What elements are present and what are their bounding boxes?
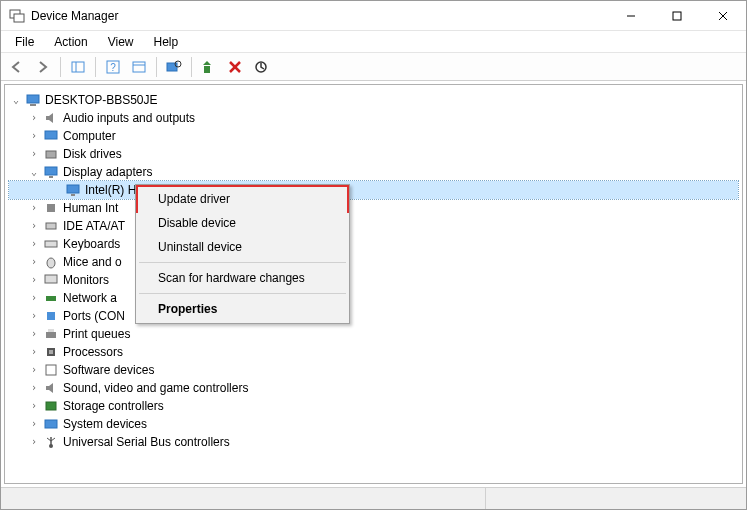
tree-category[interactable]: ›Monitors bbox=[9, 271, 738, 289]
disable-button[interactable] bbox=[249, 56, 273, 78]
window-controls bbox=[608, 1, 746, 30]
expander-icon[interactable]: › bbox=[27, 271, 41, 289]
expander-icon[interactable]: ⌄ bbox=[27, 163, 41, 181]
context-menu-uninstall-device[interactable]: Uninstall device bbox=[138, 235, 347, 259]
tree-category[interactable]: ›Human Int bbox=[9, 199, 738, 217]
tree-category[interactable]: ›IDE ATA/AT bbox=[9, 217, 738, 235]
svg-rect-19 bbox=[30, 104, 36, 106]
scan-hardware-button[interactable] bbox=[162, 56, 186, 78]
properties-button[interactable] bbox=[127, 56, 151, 78]
tree-category[interactable]: ›Universal Serial Bus controllers bbox=[9, 433, 738, 451]
expander-icon[interactable]: › bbox=[27, 361, 41, 379]
tree-category[interactable]: ›Storage controllers bbox=[9, 397, 738, 415]
tree-device-intel-hd-graphics[interactable]: Intel(R) HD Graphics 4600 bbox=[9, 181, 738, 199]
expander-icon[interactable]: › bbox=[27, 145, 41, 163]
svg-rect-24 bbox=[67, 185, 79, 193]
tree-category[interactable]: ›Computer bbox=[9, 127, 738, 145]
tree-category[interactable]: ›System devices bbox=[9, 415, 738, 433]
tree-label: Computer bbox=[63, 127, 116, 145]
system-icon bbox=[43, 416, 59, 432]
expander-icon[interactable]: ⌄ bbox=[9, 91, 23, 109]
svg-rect-26 bbox=[47, 204, 55, 212]
menu-action[interactable]: Action bbox=[46, 33, 95, 51]
disk-icon bbox=[43, 146, 59, 162]
tree-root-label: DESKTOP-BBS50JE bbox=[45, 91, 158, 109]
expander-icon[interactable]: › bbox=[27, 253, 41, 271]
forward-button[interactable] bbox=[31, 56, 55, 78]
expander-icon[interactable]: › bbox=[27, 199, 41, 217]
back-button[interactable] bbox=[5, 56, 29, 78]
context-menu-scan-hardware[interactable]: Scan for hardware changes bbox=[138, 266, 347, 290]
tree-label: System devices bbox=[63, 415, 147, 433]
tree-label: Print queues bbox=[63, 325, 130, 343]
tree-root[interactable]: ⌄ DESKTOP-BBS50JE bbox=[9, 91, 738, 109]
context-menu-separator bbox=[139, 262, 346, 263]
tree-label: Display adapters bbox=[63, 163, 152, 181]
show-hide-tree-button[interactable] bbox=[66, 56, 90, 78]
expander-icon[interactable]: › bbox=[27, 289, 41, 307]
toolbar-divider bbox=[95, 57, 96, 77]
update-driver-button[interactable] bbox=[197, 56, 221, 78]
toolbar-divider bbox=[156, 57, 157, 77]
status-cell bbox=[1, 488, 486, 509]
svg-rect-28 bbox=[45, 241, 57, 247]
expander-icon[interactable]: › bbox=[27, 109, 41, 127]
expander-icon[interactable]: › bbox=[27, 397, 41, 415]
device-tree[interactable]: ⌄ DESKTOP-BBS50JE ›Audio inputs and outp… bbox=[5, 85, 742, 457]
close-button[interactable] bbox=[700, 1, 746, 30]
svg-rect-20 bbox=[45, 131, 57, 139]
svg-rect-22 bbox=[45, 167, 57, 175]
tree-category-display-adapters[interactable]: ⌄Display adapters bbox=[9, 163, 738, 181]
svg-rect-30 bbox=[45, 275, 57, 283]
context-menu-update-driver[interactable]: Update driver bbox=[136, 185, 349, 213]
minimize-button[interactable] bbox=[608, 1, 654, 30]
expander-icon[interactable]: › bbox=[27, 307, 41, 325]
tree-category[interactable]: ›Ports (CON bbox=[9, 307, 738, 325]
menu-view[interactable]: View bbox=[100, 33, 142, 51]
cpu-icon bbox=[43, 344, 59, 360]
tree-category[interactable]: ›Audio inputs and outputs bbox=[9, 109, 738, 127]
tree-category[interactable]: ›Keyboards bbox=[9, 235, 738, 253]
uninstall-button[interactable] bbox=[223, 56, 247, 78]
tree-category[interactable]: ›Sound, video and game controllers bbox=[9, 379, 738, 397]
tree-category[interactable]: ›Software devices bbox=[9, 361, 738, 379]
svg-rect-31 bbox=[46, 296, 56, 301]
tree-category[interactable]: ›Disk drives bbox=[9, 145, 738, 163]
monitor-icon bbox=[43, 272, 59, 288]
tree-label: Monitors bbox=[63, 271, 109, 289]
menu-file[interactable]: File bbox=[7, 33, 42, 51]
expander-icon[interactable]: › bbox=[27, 433, 41, 451]
tree-category[interactable]: ›Print queues bbox=[9, 325, 738, 343]
expander-icon[interactable]: › bbox=[27, 127, 41, 145]
expander-icon[interactable]: › bbox=[27, 379, 41, 397]
sound-icon bbox=[43, 380, 59, 396]
status-cell bbox=[486, 488, 746, 509]
tree-label: Audio inputs and outputs bbox=[63, 109, 195, 127]
expander-icon[interactable]: › bbox=[27, 415, 41, 433]
expander-icon[interactable]: › bbox=[27, 325, 41, 343]
tree-category[interactable]: ›Network a bbox=[9, 289, 738, 307]
tree-category[interactable]: ›Mice and o bbox=[9, 253, 738, 271]
display-icon bbox=[43, 164, 59, 180]
expander-icon[interactable]: › bbox=[27, 235, 41, 253]
context-menu-disable-device[interactable]: Disable device bbox=[138, 211, 347, 235]
tree-label: Ports (CON bbox=[63, 307, 125, 325]
expander-icon[interactable]: › bbox=[27, 217, 41, 235]
help-button[interactable]: ? bbox=[101, 56, 125, 78]
tree-label: IDE ATA/AT bbox=[63, 217, 125, 235]
app-icon bbox=[9, 8, 25, 24]
tree-label: Network a bbox=[63, 289, 117, 307]
context-menu-properties[interactable]: Properties bbox=[138, 297, 347, 321]
storage-icon bbox=[43, 398, 59, 414]
tree-category[interactable]: ›Processors bbox=[9, 343, 738, 361]
tree-label: Universal Serial Bus controllers bbox=[63, 433, 230, 451]
keyboard-icon bbox=[43, 236, 59, 252]
software-icon bbox=[43, 362, 59, 378]
maximize-button[interactable] bbox=[654, 1, 700, 30]
computer-icon bbox=[25, 92, 41, 108]
svg-rect-37 bbox=[46, 365, 56, 375]
network-icon bbox=[43, 290, 59, 306]
menu-help[interactable]: Help bbox=[146, 33, 187, 51]
expander-icon[interactable]: › bbox=[27, 343, 41, 361]
svg-rect-39 bbox=[45, 420, 57, 428]
